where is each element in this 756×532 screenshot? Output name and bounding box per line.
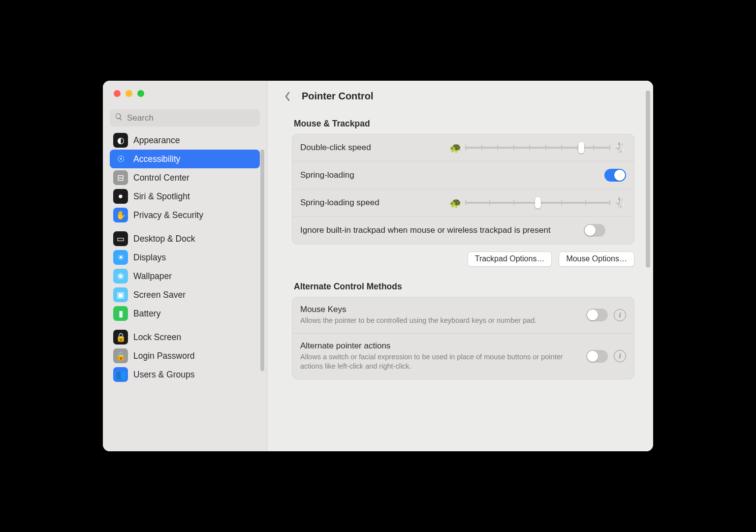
info-alt-pointer-button[interactable]: i bbox=[614, 350, 626, 362]
search-field[interactable] bbox=[110, 109, 260, 126]
label-double-click-speed: Double-click speed bbox=[300, 143, 441, 153]
sidebar-item-label: Displays bbox=[133, 252, 166, 263]
trackpad-options-button[interactable]: Trackpad Options… bbox=[468, 251, 552, 267]
toggle-alt-pointer[interactable] bbox=[586, 350, 608, 363]
close-window-button[interactable] bbox=[114, 90, 121, 97]
sidebar-item-accessibility[interactable]: ☉Accessibility bbox=[110, 150, 260, 168]
row-alt-pointer: Alternate pointer actions Allows a switc… bbox=[292, 334, 634, 379]
login-password-icon: 🔒 bbox=[113, 348, 128, 363]
settings-window: ◐Appearance☉Accessibility⊟Control Center… bbox=[103, 81, 653, 451]
minimize-window-button[interactable] bbox=[126, 90, 132, 97]
rabbit-icon: 🐇 bbox=[614, 197, 626, 209]
sidebar-item-label: Screen Saver bbox=[133, 290, 186, 300]
main-scrollbar[interactable] bbox=[646, 91, 650, 268]
sidebar-item-login-password[interactable]: 🔒Login Password bbox=[110, 346, 260, 365]
sidebar-item-control-center[interactable]: ⊟Control Center bbox=[110, 168, 260, 187]
sidebar-item-desktop-dock[interactable]: ▭Desktop & Dock bbox=[110, 229, 260, 248]
info-mouse-keys-button[interactable]: i bbox=[614, 309, 626, 321]
label-alt-pointer: Alternate pointer actions bbox=[300, 341, 578, 351]
sidebar: ◐Appearance☉Accessibility⊟Control Center… bbox=[103, 81, 267, 451]
maximize-window-button[interactable] bbox=[137, 90, 144, 97]
sidebar-item-privacy[interactable]: ✋Privacy & Security bbox=[110, 206, 260, 224]
desc-mouse-keys: Allows the pointer to be controlled usin… bbox=[300, 316, 576, 326]
battery-icon: ▮ bbox=[113, 306, 128, 321]
label-spring-loading-speed: Spring-loading speed bbox=[300, 198, 441, 208]
desc-alt-pointer: Allows a switch or facial expression to … bbox=[300, 352, 576, 372]
sidebar-item-label: Accessibility bbox=[133, 154, 180, 164]
search-input[interactable] bbox=[127, 113, 255, 123]
panel-mouse-trackpad: Double-click speed 🐢 🐇 Sprin bbox=[292, 134, 634, 245]
sidebar-item-label: Login Password bbox=[133, 351, 195, 361]
main-panel: Pointer Control Mouse & Trackpad Double-… bbox=[267, 81, 653, 451]
sidebar-item-appearance[interactable]: ◐Appearance bbox=[110, 131, 260, 150]
wallpaper-icon: ❀ bbox=[113, 269, 128, 283]
rabbit-icon: 🐇 bbox=[614, 142, 626, 154]
sidebar-item-siri[interactable]: ●Siri & Spotlight bbox=[110, 187, 260, 206]
back-button[interactable] bbox=[282, 91, 293, 102]
sidebar-item-label: Battery bbox=[133, 309, 160, 319]
sidebar-item-label: Control Center bbox=[133, 173, 189, 183]
accessibility-icon: ☉ bbox=[113, 152, 128, 166]
window-controls bbox=[103, 81, 267, 106]
slider-double-click-speed[interactable] bbox=[465, 142, 610, 154]
lock-screen-icon: 🔒 bbox=[113, 330, 128, 344]
users-groups-icon: 👥 bbox=[113, 367, 128, 382]
row-ignore-trackpad: Ignore built-in trackpad when mouse or w… bbox=[292, 217, 634, 244]
sidebar-item-label: Appearance bbox=[133, 135, 180, 146]
toggle-mouse-keys[interactable] bbox=[586, 309, 608, 321]
privacy-icon: ✋ bbox=[113, 208, 128, 222]
main-header: Pointer Control bbox=[267, 81, 653, 107]
sidebar-item-battery[interactable]: ▮Battery bbox=[110, 304, 260, 323]
toggle-ignore-trackpad[interactable] bbox=[584, 224, 605, 237]
sidebar-item-label: Lock Screen bbox=[133, 332, 181, 343]
desktop-dock-icon: ▭ bbox=[113, 231, 128, 246]
slider-spring-loading-speed[interactable] bbox=[465, 197, 610, 209]
appearance-icon: ◐ bbox=[113, 133, 128, 148]
sidebar-item-screen-saver[interactable]: ▣Screen Saver bbox=[110, 285, 260, 304]
siri-icon: ● bbox=[113, 189, 128, 204]
section-title-alternate: Alternate Control Methods bbox=[294, 282, 634, 292]
content-area: Mouse & Trackpad Double-click speed 🐢 🐇 bbox=[267, 107, 653, 451]
label-mouse-keys: Mouse Keys bbox=[300, 305, 578, 314]
turtle-icon: 🐢 bbox=[449, 197, 462, 209]
sidebar-item-label: Users & Groups bbox=[133, 370, 194, 380]
sidebar-item-lock-screen[interactable]: 🔒Lock Screen bbox=[110, 328, 260, 346]
screen-saver-icon: ▣ bbox=[113, 287, 128, 302]
sidebar-item-label: Privacy & Security bbox=[133, 210, 203, 220]
label-spring-loading: Spring-loading bbox=[300, 170, 597, 180]
displays-icon: ☀ bbox=[113, 250, 128, 265]
row-spring-loading: Spring-loading bbox=[292, 161, 634, 189]
row-double-click-speed: Double-click speed 🐢 🐇 bbox=[292, 134, 634, 161]
sidebar-item-label: Desktop & Dock bbox=[133, 234, 195, 244]
sidebar-item-label: Siri & Spotlight bbox=[133, 191, 190, 202]
mouse-options-button[interactable]: Mouse Options… bbox=[559, 251, 634, 267]
control-center-icon: ⊟ bbox=[113, 170, 128, 185]
sidebar-item-displays[interactable]: ☀Displays bbox=[110, 248, 260, 267]
label-ignore-trackpad: Ignore built-in trackpad when mouse or w… bbox=[300, 225, 576, 235]
sidebar-item-label: Wallpaper bbox=[133, 271, 172, 282]
row-mouse-keys: Mouse Keys Allows the pointer to be cont… bbox=[292, 297, 634, 334]
sidebar-scrollbar[interactable] bbox=[260, 150, 264, 371]
turtle-icon: 🐢 bbox=[449, 142, 462, 154]
sidebar-item-users-groups[interactable]: 👥Users & Groups bbox=[110, 365, 260, 384]
sidebar-item-wallpaper[interactable]: ❀Wallpaper bbox=[110, 267, 260, 285]
sidebar-nav: ◐Appearance☉Accessibility⊟Control Center… bbox=[103, 131, 267, 384]
section-title-mouse-trackpad: Mouse & Trackpad bbox=[294, 119, 634, 129]
toggle-spring-loading[interactable] bbox=[604, 169, 626, 182]
row-spring-loading-speed: Spring-loading speed 🐢 🐇 bbox=[292, 189, 634, 217]
page-title: Pointer Control bbox=[302, 91, 374, 102]
search-icon bbox=[115, 113, 123, 123]
panel-alternate: Mouse Keys Allows the pointer to be cont… bbox=[292, 297, 634, 379]
